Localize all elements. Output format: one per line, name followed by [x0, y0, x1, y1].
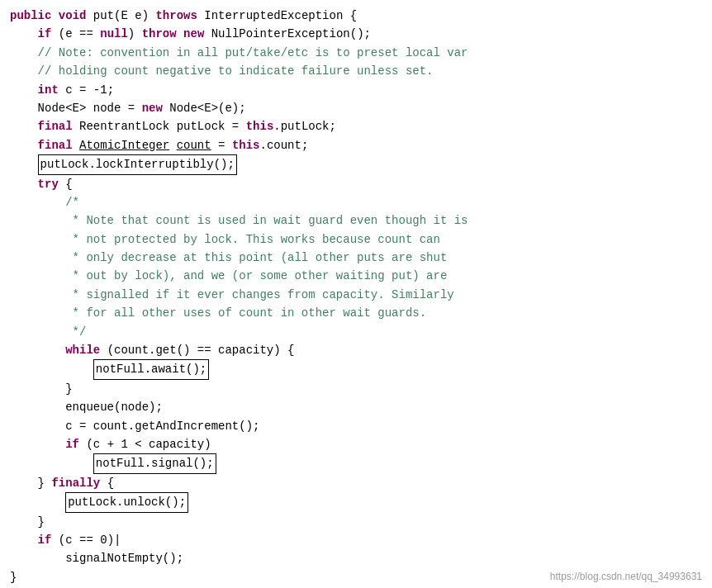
code-line-14: * only decrease at this point (all other…: [10, 249, 702, 267]
highlight-box-3: notFull.signal();: [93, 453, 216, 473]
code-line-22: enqueue(node);: [10, 398, 702, 416]
watermark: https://blog.csdn.net/qq_34993631: [550, 569, 702, 585]
code-line-9: putLock.lockInterruptibly();: [10, 154, 702, 174]
code-line-1: public void put(E e) throws InterruptedE…: [10, 7, 702, 25]
code-line-24: if (c + 1 < capacity): [10, 435, 702, 453]
code-line-6: Node<E> node = new Node<E>(e);: [10, 99, 702, 117]
code-viewer: public void put(E e) throws InterruptedE…: [0, 0, 712, 588]
highlight-box-4: putLock.unlock();: [65, 492, 188, 512]
code-line-29: if (c == 0)|: [10, 531, 702, 549]
code-line-18: */: [10, 323, 702, 341]
code-line-27: putLock.unlock();: [10, 492, 702, 512]
code-line-25: notFull.signal();: [10, 453, 702, 473]
code-line-16: * signalled if it ever changes from capa…: [10, 286, 702, 304]
code-line-23: c = count.getAndIncrement();: [10, 417, 702, 435]
code-line-10: try {: [10, 175, 702, 193]
code-line-11: /*: [10, 193, 702, 211]
code-line-12: * Note that count is used in wait guard …: [10, 211, 702, 230]
code-line-30: signalNotEmpty();: [10, 549, 702, 567]
code-line-26: } finally {: [10, 474, 702, 492]
code-line-8: final AtomicInteger count = this.count;: [10, 136, 702, 154]
code-line-17: * for all other uses of count in other w…: [10, 304, 702, 322]
code-line-7: final ReentrantLock putLock = this.putLo…: [10, 117, 702, 135]
code-line-15: * out by lock), and we (or some other wa…: [10, 267, 702, 285]
code-line-13: * not protected by lock. This works beca…: [10, 230, 702, 249]
code-line-3: // Note: convention in all put/take/etc …: [10, 44, 702, 62]
code-line-4: // holding count negative to indicate fa…: [10, 62, 702, 80]
highlight-box-1: putLock.lockInterruptibly();: [38, 154, 237, 174]
code-line-19: while (count.get() == capacity) {: [10, 341, 702, 359]
code-line-5: int c = -1;: [10, 81, 702, 99]
code-line-20: notFull.await();: [10, 359, 702, 379]
highlight-box-2: notFull.await();: [93, 359, 209, 379]
code-line-21: }: [10, 380, 702, 398]
code-line-2: if (e == null) throw new NullPointerExce…: [10, 25, 702, 43]
code-line-28: }: [10, 513, 702, 531]
